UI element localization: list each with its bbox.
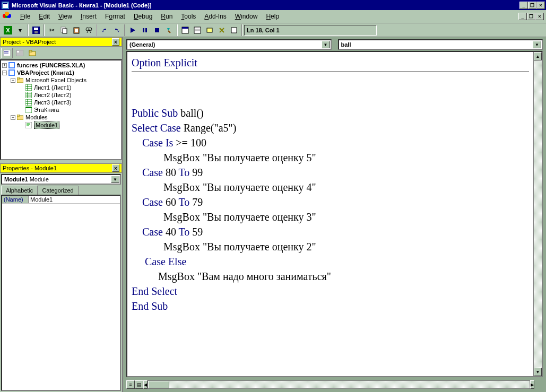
mdi-restore-button[interactable]: ❐ xyxy=(527,13,535,20)
property-row[interactable]: (Name)Module1 xyxy=(2,196,120,204)
tree-label: Лист1 (Лист1) xyxy=(34,84,71,91)
find-button[interactable] xyxy=(83,24,94,36)
svg-line-26 xyxy=(168,31,170,33)
tree-label: VBAProject (Книга1) xyxy=(17,69,74,76)
project-explorer-button[interactable] xyxy=(179,24,191,36)
sheet-icon xyxy=(25,92,33,98)
view-code-button[interactable] xyxy=(1,48,13,58)
excel-icon[interactable]: X xyxy=(2,24,14,36)
scroll-up-button[interactable]: ▲ xyxy=(534,52,542,60)
svg-rect-38 xyxy=(17,51,19,53)
procedure-view-button[interactable]: ≡ xyxy=(126,380,135,389)
property-value[interactable]: Module1 xyxy=(29,196,120,203)
close-button[interactable]: × xyxy=(536,2,545,9)
scroll-right-button[interactable]: ▶ xyxy=(530,380,534,389)
dropdown-icon[interactable]: ▼ xyxy=(111,176,119,183)
scroll-track[interactable] xyxy=(534,60,542,368)
tree-item[interactable]: Module1 xyxy=(2,121,120,129)
maximize-button[interactable]: ❐ xyxy=(528,2,536,9)
insert-button[interactable]: ▾ xyxy=(14,24,26,36)
tree-expand-icon[interactable]: − xyxy=(11,78,15,83)
full-view-button[interactable]: ▤ xyxy=(135,380,143,389)
menu-debug[interactable]: Debug xyxy=(129,11,157,22)
object-browser-button[interactable] xyxy=(204,24,215,36)
menu-file[interactable]: File xyxy=(16,11,34,22)
reset-button[interactable] xyxy=(151,24,163,36)
svg-line-20 xyxy=(90,31,91,33)
project-panel-title: Project - VBAProject × xyxy=(0,37,122,47)
redo-button[interactable] xyxy=(111,24,123,36)
dropdown-icon[interactable]: ▼ xyxy=(533,41,541,48)
svg-rect-2 xyxy=(3,3,7,4)
menu-window[interactable]: Window xyxy=(231,11,262,22)
design-mode-button[interactable] xyxy=(163,24,175,36)
help-button[interactable] xyxy=(228,24,240,36)
save-button[interactable] xyxy=(30,24,42,36)
properties-tab-categorized[interactable]: Categorized xyxy=(37,186,78,195)
titlebar: Microsoft Visual Basic - Книга1 - [Modul… xyxy=(0,0,546,10)
properties-panel-title: Properties - Module1 × xyxy=(0,163,122,173)
dropdown-icon[interactable]: ▼ xyxy=(322,41,330,48)
menu-run[interactable]: Run xyxy=(157,11,177,22)
svg-rect-42 xyxy=(10,63,14,67)
tree-expand-icon[interactable]: − xyxy=(2,71,7,75)
menu-format[interactable]: Format xyxy=(101,11,129,22)
tree-item[interactable]: Лист1 (Лист1) xyxy=(2,84,120,91)
properties-panel-close-button[interactable]: × xyxy=(112,164,119,172)
menu-add-ins[interactable]: Add-Ins xyxy=(200,11,230,22)
tree-item[interactable]: −Microsoft Excel Objects xyxy=(2,76,120,84)
menu-tools[interactable]: Tools xyxy=(177,11,200,22)
tree-item[interactable]: −VBAProject (Книга1) xyxy=(2,69,120,76)
svg-rect-60 xyxy=(25,107,32,108)
project-toolbar xyxy=(0,47,122,59)
project-tree[interactable]: +funcres (FUNCRES.XLA)−VBAProject (Книга… xyxy=(0,59,122,160)
tree-expand-icon[interactable]: − xyxy=(11,115,15,120)
mdi-close-button[interactable]: × xyxy=(535,13,544,20)
tree-label: Лист3 (Лист3) xyxy=(34,99,71,106)
toggle-folders-button[interactable] xyxy=(27,48,38,58)
tree-item[interactable]: −Modules xyxy=(2,114,120,121)
properties-object-selector[interactable]: Module1 Module ▼ xyxy=(1,174,121,185)
properties-button[interactable] xyxy=(192,24,203,36)
menu-edit[interactable]: Edit xyxy=(34,11,54,22)
scroll-left-button[interactable]: ◀ xyxy=(143,380,148,389)
properties-object-name: Module1 xyxy=(4,176,28,182)
vertical-scrollbar[interactable]: ▲ ▼ xyxy=(533,52,542,376)
svg-rect-37 xyxy=(16,50,23,56)
menu-insert[interactable]: Insert xyxy=(76,11,101,22)
horizontal-scroll-thumb[interactable] xyxy=(148,381,169,388)
break-button[interactable] xyxy=(139,24,151,36)
undo-button[interactable] xyxy=(99,24,110,36)
tree-label: Microsoft Excel Objects xyxy=(25,77,86,83)
svg-rect-51 xyxy=(25,92,32,98)
svg-rect-11 xyxy=(34,28,38,30)
tree-item[interactable]: ЭтаКнига xyxy=(2,106,120,114)
tree-expand-icon[interactable]: + xyxy=(2,63,7,68)
properties-tab-alphabetic[interactable]: Alphabetic xyxy=(1,186,38,195)
toolbox-button[interactable] xyxy=(216,24,228,36)
properties-grid[interactable]: (Name)Module1 xyxy=(1,195,121,391)
view-object-button[interactable] xyxy=(14,48,25,58)
svg-rect-44 xyxy=(10,71,14,75)
copy-button[interactable] xyxy=(58,24,70,36)
cut-button[interactable]: ✂ xyxy=(46,24,58,36)
menu-help[interactable]: Help xyxy=(262,11,283,22)
tree-item[interactable]: +funcres (FUNCRES.XLA) xyxy=(2,62,120,69)
procedure-selector[interactable]: ball ▼ xyxy=(338,39,543,50)
code-editor[interactable]: Option Explicit Public Sub ball() Select… xyxy=(127,52,533,376)
project-panel-close-button[interactable]: × xyxy=(112,38,119,46)
menu-view[interactable]: View xyxy=(54,11,76,22)
horizontal-scroll-track[interactable] xyxy=(148,380,530,389)
tree-item[interactable]: Лист3 (Лист3) xyxy=(2,99,120,106)
tree-item[interactable]: Лист2 (Лист2) xyxy=(2,91,120,99)
svg-rect-28 xyxy=(182,27,188,29)
mdi-minimize-button[interactable]: _ xyxy=(518,13,527,20)
minimize-button[interactable]: _ xyxy=(519,2,528,9)
scroll-down-button[interactable]: ▼ xyxy=(534,368,542,376)
run-button[interactable] xyxy=(127,24,138,36)
svg-rect-29 xyxy=(194,27,201,33)
paste-button[interactable] xyxy=(71,24,82,36)
object-selector[interactable]: (General) ▼ xyxy=(126,39,332,50)
properties-object-type: Module xyxy=(30,176,49,182)
svg-rect-14 xyxy=(63,29,67,33)
